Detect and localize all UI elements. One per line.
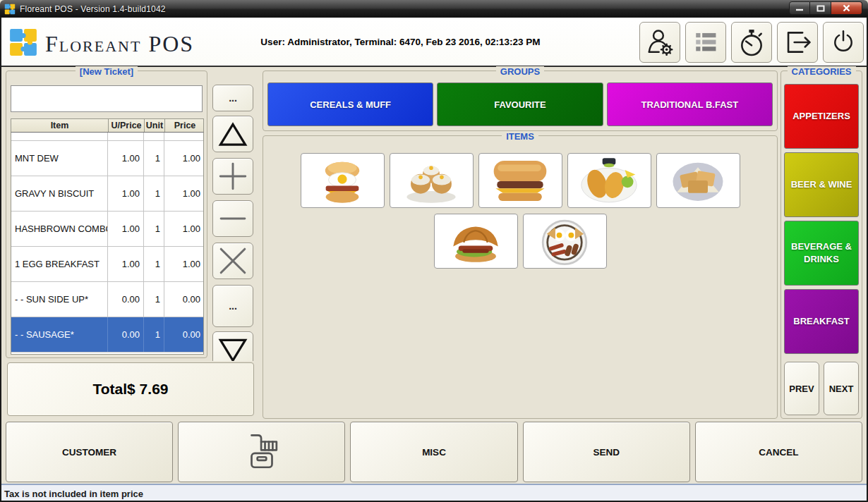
maximize-button[interactable]: [810, 1, 831, 15]
hashbrown-plate-image: [569, 155, 649, 206]
scroll-down-button[interactable]: [212, 331, 253, 361]
breakfast-platter-image: [525, 216, 604, 267]
ticket-row[interactable]: MNT DEW1.0011.00: [11, 141, 203, 176]
category-button-breakfast[interactable]: BREAKFAST: [784, 289, 859, 354]
sausage-biscuit-image: [481, 155, 560, 206]
category-pager: PREVNEXT: [784, 362, 859, 415]
ticket-row[interactable]: HASHBROWN COMBO1.0011.00: [11, 212, 203, 247]
ticket-more2-button[interactable]: ...: [212, 285, 253, 327]
cell-uprice: 0.00: [108, 317, 144, 352]
group-button-cereals-muff[interactable]: CEREALS & MUFF: [267, 82, 433, 126]
ticket-row[interactable]: 1 EGG BREAKFAST1.0011.00: [11, 247, 203, 282]
misc-button[interactable]: MISC: [350, 422, 517, 482]
cell-item: - - SUN SIDE UP*: [11, 282, 108, 317]
logout-button[interactable]: [777, 22, 818, 63]
ticket-row[interactable]: GRAVY N BISCUIT1.0011.00: [11, 176, 203, 212]
brand: Floreant POS: [8, 27, 194, 60]
customer-label: CUSTOMER: [62, 447, 116, 458]
cell-unit: 1: [144, 141, 164, 176]
items-panel: ITEMS: [263, 135, 778, 419]
window-title: Floreant POS - Version 1.4-build1042: [20, 4, 166, 14]
status-bar: Tax is not included in item price: [0, 484, 868, 502]
scroll-up-button[interactable]: [212, 116, 253, 152]
ticket-row[interactable]: LEMONADE1.0011.00: [11, 133, 203, 141]
send-button[interactable]: SEND: [523, 422, 690, 482]
ticket-row[interactable]: - - SUN SIDE UP*0.0010.00: [11, 282, 203, 317]
groups-title: GROUPS: [496, 66, 544, 77]
app-icon: [4, 4, 16, 15]
brand-name: Floreant POS: [45, 31, 194, 57]
order-list-button[interactable]: [685, 22, 726, 63]
shopping-cart-icon: [241, 431, 282, 472]
cell-price: 0.00: [164, 317, 204, 352]
menu-item-biscuits-and-gravy-button[interactable]: [390, 153, 474, 208]
cart-button[interactable]: [178, 422, 345, 482]
cell-item: GRAVY N BISCUIT: [11, 176, 108, 211]
close-button[interactable]: [831, 1, 862, 15]
group-button-favourite[interactable]: FAVOURITE: [437, 82, 603, 126]
misc-label: MISC: [422, 447, 446, 458]
logout-icon: [781, 26, 814, 59]
category-button-appetizers[interactable]: APPETIZERS: [784, 84, 859, 149]
menu-item-toast-plate-button[interactable]: [656, 153, 740, 208]
minimize-button[interactable]: [789, 1, 810, 15]
column-header: U/Price: [109, 119, 145, 132]
category-button-beer-wine[interactable]: BEER & WINE: [784, 152, 859, 217]
ticket-more-button[interactable]: ...: [212, 85, 253, 111]
delete-item-button[interactable]: [212, 243, 253, 279]
floreant-logo: [8, 27, 38, 60]
clock-in-out-button[interactable]: [731, 22, 772, 63]
category-button-beverage-drinks[interactable]: BEVERAGE & DRINKS: [784, 221, 859, 286]
ticket-rows: LEMONADE1.0011.00MNT DEW1.0011.00GRAVY N…: [11, 133, 203, 353]
order-list-icon: [690, 27, 721, 58]
column-header: Price: [165, 119, 205, 132]
column-header: Unit: [145, 119, 165, 132]
cell-price: 1.00: [164, 212, 204, 246]
egg-bacon-muffin-image: [303, 155, 382, 206]
plus-icon: [217, 161, 248, 192]
shutdown-button[interactable]: [823, 22, 864, 63]
menu-item-hashbrown-plate-button[interactable]: [567, 153, 651, 208]
ticket-title: [New Ticket]: [76, 66, 138, 77]
cell-item: 1 EGG BREAKFAST: [11, 247, 108, 281]
window-titlebar[interactable]: Floreant POS - Version 1.4-build1042: [0, 0, 868, 18]
cancel-button[interactable]: CANCEL: [695, 422, 862, 482]
prev-category-button[interactable]: PREV: [784, 362, 819, 415]
window-controls: [789, 1, 862, 15]
user-settings-button[interactable]: [639, 22, 680, 63]
menu-item-croissant-sandwich-button[interactable]: [434, 214, 518, 269]
cell-price: 1.00: [164, 133, 204, 140]
customer-button[interactable]: CUSTOMER: [6, 422, 173, 482]
cell-unit: 1: [144, 317, 164, 352]
menu-item-egg-bacon-muffin-button[interactable]: [301, 153, 385, 208]
cell-price: 0.00: [164, 282, 204, 317]
cell-uprice: 1.00: [108, 247, 144, 281]
cell-price: 1.00: [164, 141, 204, 176]
ticket-search-input[interactable]: [11, 85, 203, 112]
cell-uprice: 0.00: [108, 282, 144, 317]
ticket-table: LEMONADE1.0011.00MNT DEW1.0011.00GRAVY N…: [11, 133, 204, 355]
cell-unit: 1: [144, 133, 164, 140]
next-category-button[interactable]: NEXT: [824, 362, 859, 415]
decrease-quantity-button[interactable]: [212, 200, 253, 237]
ticket-total-panel: Total$ 7.69: [7, 362, 254, 416]
items-row-1: [263, 153, 777, 208]
groups-panel: GROUPS CEREALS & MUFFFAVOURITETRADITIONA…: [263, 71, 778, 131]
cell-unit: 1: [144, 247, 164, 281]
triangle-up-icon: [217, 120, 249, 148]
column-header: Item: [11, 119, 109, 132]
group-button-traditional-b-fast[interactable]: TRADITIONAL B.FAST: [607, 82, 773, 126]
ticket-row[interactable]: - - SAUSAGE*0.0010.00: [11, 317, 203, 353]
increase-quantity-button[interactable]: [212, 158, 253, 195]
ticket-table-header: ItemU/PriceUnitPrice: [11, 118, 204, 133]
cell-item: HASHBROWN COMBO: [11, 212, 108, 246]
user-settings-icon: [644, 27, 675, 58]
more-label: ...: [229, 92, 237, 104]
bottom-action-bar: CUSTOMER MISC SEND CANCEL: [0, 422, 868, 482]
menu-item-breakfast-platter-button[interactable]: [523, 214, 607, 269]
menu-item-sausage-biscuit-button[interactable]: [478, 153, 562, 208]
biscuits-and-gravy-image: [392, 155, 471, 206]
cell-item: - - SAUSAGE*: [11, 317, 108, 352]
group-buttons: CEREALS & MUFFFAVOURITETRADITIONAL B.FAS…: [267, 82, 773, 126]
cell-unit: 1: [144, 212, 164, 246]
